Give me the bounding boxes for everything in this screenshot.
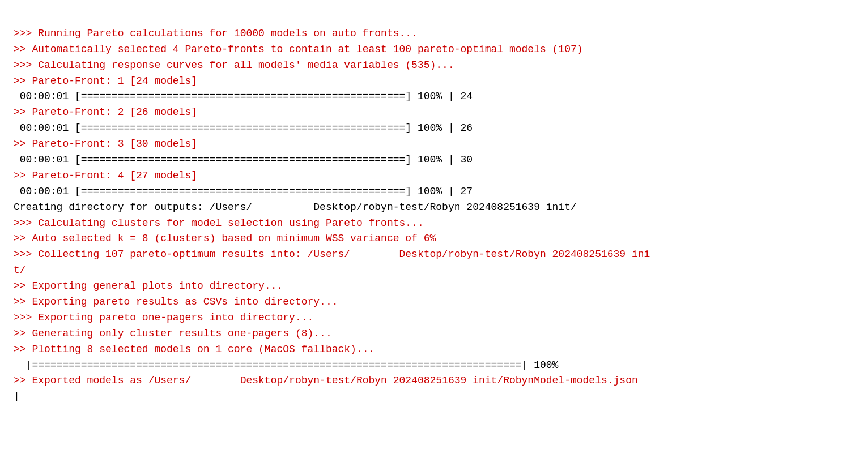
console-line: | <box>14 389 854 405</box>
console-line: >>> Collecting 107 pareto-optimum result… <box>14 247 854 263</box>
console-line: >>> Calculating clusters for model selec… <box>14 216 854 232</box>
console-line: >> Exporting general plots into director… <box>14 279 854 294</box>
console-line: >> Generating only cluster results one-p… <box>14 326 854 342</box>
console-line: >>> Exporting pareto one-pagers into dir… <box>14 310 854 326</box>
console-line: >> Plotting 8 selected models on 1 core … <box>14 342 854 358</box>
console-line: Creating directory for outputs: /Users/ … <box>14 200 854 216</box>
console-line: >>> Running Pareto calculations for 1000… <box>14 26 854 42</box>
console-line: >> Exporting pareto results as CSVs into… <box>14 294 854 310</box>
console-line: >>> Calculating response curves for all … <box>14 58 854 74</box>
console-line: 00:00:01 [==============================… <box>14 152 854 168</box>
console-line: >> Pareto-Front: 2 [26 models] <box>14 105 854 121</box>
console-line: |=======================================… <box>14 358 854 374</box>
console-line: >> Automatically selected 4 Pareto-front… <box>14 42 854 58</box>
console-output: >>> Running Pareto calculations for 1000… <box>14 10 854 405</box>
console-line: 00:00:01 [==============================… <box>14 121 854 136</box>
console-line: 00:00:01 [==============================… <box>14 184 854 200</box>
console-line: 00:00:01 [==============================… <box>14 89 854 105</box>
console-line: >> Auto selected k = 8 (clusters) based … <box>14 231 854 247</box>
console-line: >> Exported models as /Users/ Desktop/ro… <box>14 373 854 389</box>
console-line: >> Pareto-Front: 1 [24 models] <box>14 74 854 89</box>
console-line: t/ <box>14 263 854 279</box>
console-line: >> Pareto-Front: 4 [27 models] <box>14 168 854 184</box>
console-line: >> Pareto-Front: 3 [30 models] <box>14 136 854 152</box>
